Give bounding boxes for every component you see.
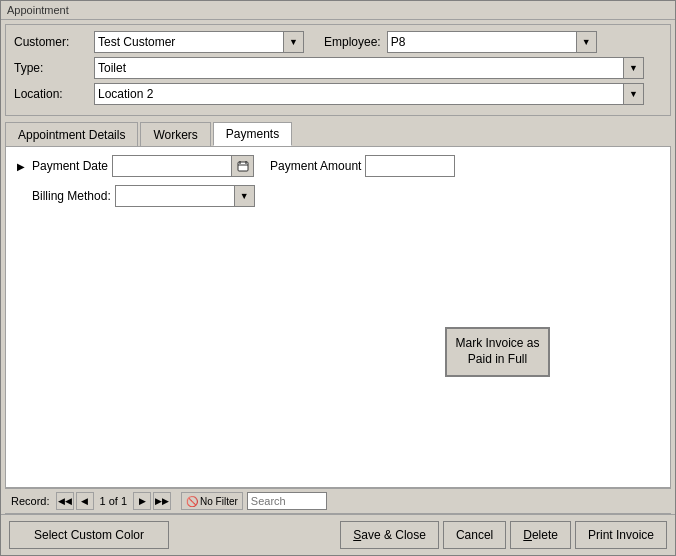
type-label: Type: — [14, 61, 94, 75]
billing-method-row: Billing Method: ▼ — [32, 185, 662, 207]
employee-label: Employee: — [324, 35, 381, 49]
record-arrow-icon: ▶ — [14, 159, 28, 173]
location-label: Location: — [14, 87, 94, 101]
customer-label: Customer: — [14, 35, 94, 49]
no-filter-icon: 🚫 — [186, 496, 198, 507]
payment-amount-label: Payment Amount — [270, 159, 361, 173]
filter-section: 🚫 No Filter — [181, 492, 327, 510]
record-navigator-bar: Record: ◀◀ ◀ 1 of 1 ▶ ▶▶ 🚫 No Filter — [5, 488, 671, 514]
employee-input[interactable] — [387, 31, 577, 53]
appointment-form: Customer: ▼ Employee: ▼ Type: ▼ Location… — [5, 24, 671, 116]
search-input[interactable] — [247, 492, 327, 510]
tabs-area: Appointment Details Workers Payments — [5, 122, 671, 146]
cancel-button[interactable]: Cancel — [443, 521, 506, 549]
type-input[interactable] — [94, 57, 624, 79]
type-row: Type: ▼ — [14, 57, 662, 79]
payment-date-label: Payment Date — [32, 159, 108, 173]
mark-invoice-paid-button[interactable]: Mark Invoice as Paid in Full — [445, 327, 550, 377]
payment-date-input[interactable] — [112, 155, 232, 177]
select-custom-color-button[interactable]: Select Custom Color — [9, 521, 169, 549]
customer-employee-row: Customer: ▼ Employee: ▼ — [14, 31, 662, 53]
save-close-button[interactable]: Save & Close — [340, 521, 439, 549]
location-dropdown-btn[interactable]: ▼ — [624, 83, 644, 105]
customer-input[interactable] — [94, 31, 284, 53]
tab-content-wrapper: ▶ Payment Date Payment Amount Billing Me… — [1, 146, 675, 514]
delete-button[interactable]: Delete — [510, 521, 571, 549]
record-prev-btn[interactable]: ◀ — [76, 492, 94, 510]
tab-content-payments: ▶ Payment Date Payment Amount Billing Me… — [5, 146, 671, 488]
billing-method-dropdown-btn[interactable]: ▼ — [235, 185, 255, 207]
customer-dropdown-btn[interactable]: ▼ — [284, 31, 304, 53]
payment-amount-input[interactable] — [365, 155, 455, 177]
bottom-button-bar: Select Custom Color Save & Close Cancel … — [1, 514, 675, 555]
record-last-btn[interactable]: ▶▶ — [153, 492, 171, 510]
record-first-btn[interactable]: ◀◀ — [56, 492, 74, 510]
print-invoice-button[interactable]: Print Invoice — [575, 521, 667, 549]
payment-header-row: ▶ Payment Date Payment Amount — [14, 155, 662, 177]
record-next-btn[interactable]: ▶ — [133, 492, 151, 510]
billing-method-input[interactable] — [115, 185, 235, 207]
employee-dropdown-btn[interactable]: ▼ — [577, 31, 597, 53]
record-label: Record: — [11, 495, 50, 507]
no-filter-label: No Filter — [200, 496, 238, 507]
window-title: Appointment — [1, 1, 675, 20]
tab-payments[interactable]: Payments — [213, 122, 292, 146]
appointment-window: Appointment Customer: ▼ Employee: ▼ Type… — [0, 0, 676, 556]
tab-workers[interactable]: Workers — [140, 122, 210, 146]
calendar-icon[interactable] — [232, 155, 254, 177]
record-count: 1 of 1 — [100, 495, 128, 507]
employee-section: Employee: ▼ — [324, 31, 597, 53]
tabs-bar: Appointment Details Workers Payments — [5, 122, 671, 146]
location-row: Location: ▼ — [14, 83, 662, 105]
type-dropdown-btn[interactable]: ▼ — [624, 57, 644, 79]
billing-method-label: Billing Method: — [32, 189, 111, 203]
no-filter-btn[interactable]: 🚫 No Filter — [181, 492, 243, 510]
tab-appointment-details[interactable]: Appointment Details — [5, 122, 138, 146]
location-input[interactable] — [94, 83, 624, 105]
